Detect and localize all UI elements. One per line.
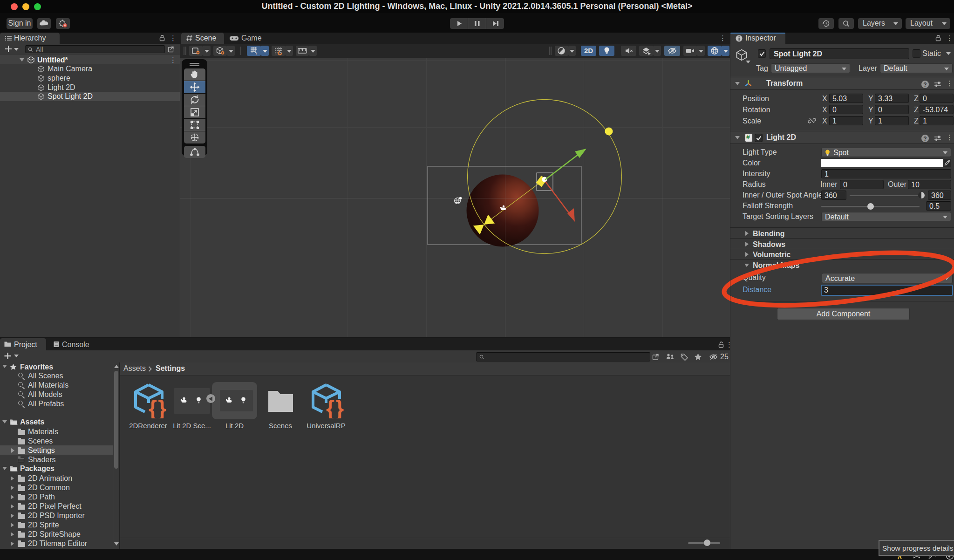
svg-text:?: ? (923, 136, 927, 142)
svg-text:}: } (158, 396, 166, 418)
svg-text:{: { (149, 396, 157, 418)
svg-text:}: } (335, 396, 344, 418)
svg-text:{: { (326, 396, 334, 418)
svg-text:Y: Y (255, 51, 258, 55)
svg-text:?: ? (923, 82, 927, 88)
